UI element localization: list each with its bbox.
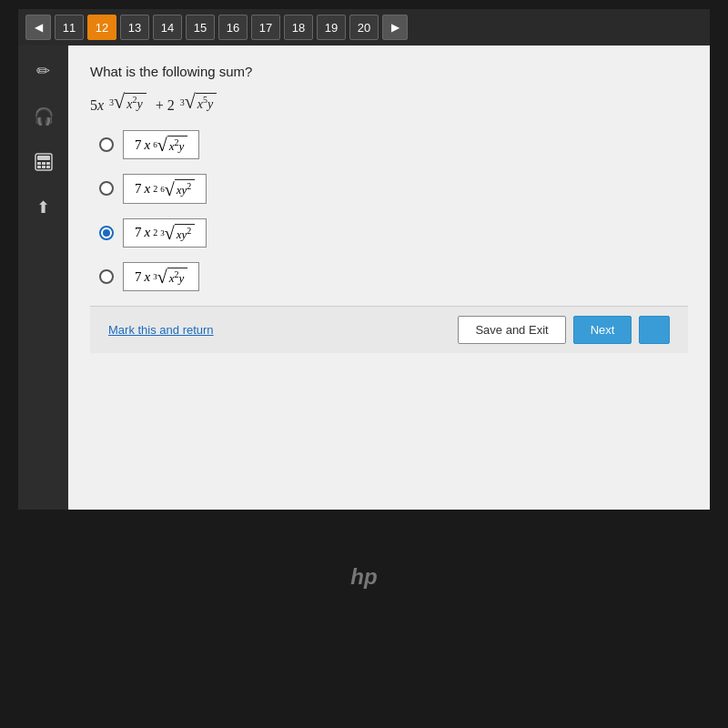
radio-a[interactable] — [99, 137, 114, 152]
nav-prev-button[interactable]: ◀ — [25, 15, 51, 40]
svg-rect-7 — [46, 166, 50, 168]
nav-num-17[interactable]: 17 — [251, 15, 280, 40]
svg-rect-5 — [37, 166, 41, 168]
option-c-row: 7x2 3 √ xy2 — [99, 218, 688, 248]
nav-bar: ◀ 11 12 13 14 15 16 17 18 19 20 ▶ — [18, 9, 710, 46]
nav-next-button[interactable]: ▶ — [382, 15, 408, 40]
footer-bar: Mark this and return Save and Exit Next — [90, 306, 688, 353]
pencil-icon[interactable]: ✏ — [27, 55, 60, 87]
svg-rect-1 — [37, 156, 50, 160]
nav-num-12[interactable]: 12 — [87, 15, 116, 40]
option-b-math: 7x2 6 √ xy2 — [123, 174, 207, 203]
calculator-icon[interactable] — [27, 146, 60, 178]
option-a-math: 7x 6 √ x2y — [123, 130, 199, 159]
main-layout: ✏ 🎧 ⬆ What is the following sum? — [18, 46, 710, 510]
nav-num-20[interactable]: 20 — [349, 15, 379, 40]
next-button[interactable]: Next — [573, 316, 632, 344]
arrow-up-icon[interactable]: ⬆ — [27, 191, 60, 224]
svg-rect-2 — [37, 162, 41, 165]
radio-d[interactable] — [99, 269, 114, 284]
nav-num-14[interactable]: 14 — [153, 15, 182, 40]
footer-buttons: Save and Exit Next — [458, 316, 670, 344]
hp-logo: hp — [18, 564, 710, 590]
radio-b[interactable] — [99, 181, 114, 196]
headphone-icon[interactable]: 🎧 — [27, 100, 60, 133]
radio-c[interactable] — [99, 226, 114, 240]
mark-return-link[interactable]: Mark this and return — [108, 323, 214, 337]
option-a-row: 7x 6 √ x2y — [99, 130, 688, 159]
extra-button[interactable] — [639, 316, 670, 344]
option-d-row: 7x 3 √ x2y — [99, 262, 688, 291]
nav-num-13[interactable]: 13 — [120, 15, 149, 40]
option-b-row: 7x2 6 √ xy2 — [99, 174, 688, 203]
save-exit-button[interactable]: Save and Exit — [458, 316, 565, 344]
question-text: What is the following sum? — [90, 64, 688, 79]
sidebar: ✏ 🎧 ⬆ — [18, 46, 68, 510]
nav-num-15[interactable]: 15 — [186, 15, 215, 40]
svg-rect-6 — [42, 166, 46, 168]
nav-num-16[interactable]: 16 — [218, 15, 248, 40]
option-d-math: 7x 3 √ x2y — [123, 262, 199, 291]
math-prompt: 5x 3 √ x2y + 2 3 √ x5y — [90, 92, 688, 114]
nav-num-11[interactable]: 11 — [55, 15, 84, 40]
nav-num-19[interactable]: 19 — [317, 15, 346, 40]
svg-rect-3 — [42, 162, 46, 165]
content-area: What is the following sum? 5x 3 √ x2y + … — [68, 46, 710, 510]
nav-num-18[interactable]: 18 — [284, 15, 313, 40]
svg-rect-4 — [46, 162, 50, 165]
option-c-math: 7x2 3 √ xy2 — [123, 218, 207, 248]
screen-container: ◀ 11 12 13 14 15 16 17 18 19 20 ▶ ✏ 🎧 — [18, 9, 710, 590]
options-list: 7x 6 √ x2y 7x2 6 √ — [99, 130, 688, 291]
